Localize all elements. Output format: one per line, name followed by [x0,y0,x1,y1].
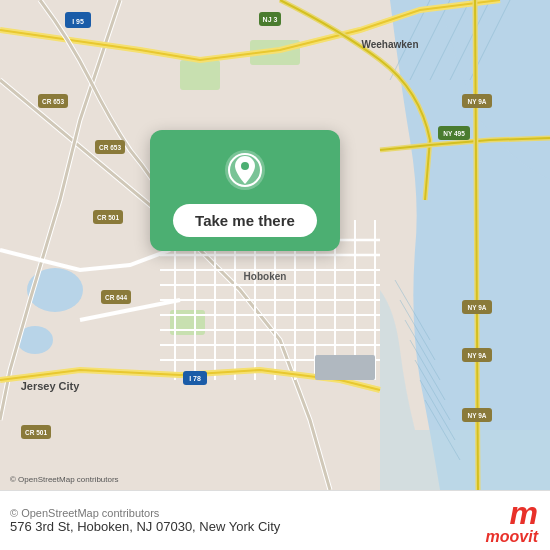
svg-text:CR 644: CR 644 [105,294,127,301]
svg-rect-15 [180,60,220,90]
footer-address: © OpenStreetMap contributors 576 3rd St,… [10,507,476,534]
svg-text:CR 501: CR 501 [97,214,119,221]
svg-point-71 [241,162,249,170]
svg-text:CR 501: CR 501 [25,429,47,436]
location-pin-icon [223,148,267,192]
svg-text:CR 653: CR 653 [42,98,64,105]
copyright-text: © OpenStreetMap contributors [10,507,476,519]
svg-text:Hoboken: Hoboken [244,271,287,282]
moovit-m-icon: m [510,497,538,529]
footer: © OpenStreetMap contributors 576 3rd St,… [0,490,550,550]
take-me-there-button[interactable]: Take me there [173,204,317,237]
moovit-logo: m moovit [486,497,538,545]
location-card[interactable]: Take me there [150,130,340,251]
svg-text:Weehawken: Weehawken [361,39,418,50]
svg-text:© OpenStreetMap contributors: © OpenStreetMap contributors [10,475,119,484]
moovit-brand-name: moovit [486,529,538,545]
svg-text:NJ 3: NJ 3 [263,16,278,23]
svg-text:NY 9A: NY 9A [467,352,486,359]
svg-text:NY 9A: NY 9A [467,304,486,311]
svg-text:I 95: I 95 [72,18,84,25]
svg-text:NY 495: NY 495 [443,130,465,137]
svg-rect-67 [315,355,375,380]
svg-text:NY 9A: NY 9A [467,98,486,105]
map-container: I 95 NJ 3 CR 653 CR 653 CR 501 CR 644 NY… [0,0,550,490]
address-text: 576 3rd St, Hoboken, NJ 07030, New York … [10,519,280,534]
svg-text:I 78: I 78 [189,375,201,382]
svg-text:Jersey City: Jersey City [21,380,81,392]
svg-text:CR 653: CR 653 [99,144,121,151]
svg-text:NY 9A: NY 9A [467,412,486,419]
